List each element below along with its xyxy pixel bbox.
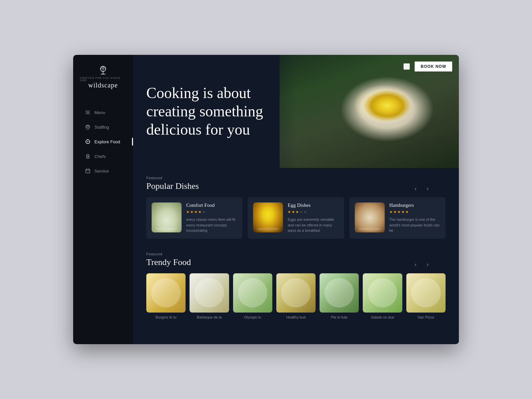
logo-icon [96,65,110,75]
star-3: ★ [194,210,198,214]
star-2: ★ [292,210,295,214]
compass-icon [85,139,90,144]
trendy-name-3: Healthy kud [286,315,306,319]
svg-point-22 [405,65,408,68]
trendy-name-5: Salads on due [371,315,394,319]
nav-label-menu: Menu [94,110,105,115]
star-1: ★ [389,210,393,214]
trendy-image-4 [320,273,359,313]
star-2: ★ [393,210,397,214]
hero-text-area: Cooking is about creating something deli… [146,84,286,139]
svg-line-23 [408,67,409,69]
dish-card-egg: Egg Dishes ★ ★ ★ ★ ★ Eggs are extremely … [248,197,344,239]
svg-rect-18 [86,169,90,173]
popular-next-button[interactable]: › [423,184,432,193]
trendy-next-button[interactable]: › [423,260,432,269]
trendy-name-6: San Pizza [418,315,434,319]
search-icon [404,64,409,69]
trendy-name-2: Olympic lu [244,315,261,319]
book-now-button[interactable]: BOOK NOW [415,62,452,71]
calendar-icon [85,168,90,174]
dish-image-egg [253,202,283,232]
sidebar: CRAFTED FOR YOU SINCE 1985 wildscape Men… [73,55,133,344]
star-1: ★ [186,210,190,214]
trendy-nav-arrows: ‹ › [411,260,432,269]
dish-desc-hamburger: The hamburger is one of the world's most… [389,217,440,233]
trendy-item-3[interactable]: Healthy kud [276,273,316,319]
svg-point-8 [85,111,86,111]
brand-name: wildscape [88,81,118,89]
dish-name-egg: Egg Dishes [288,202,338,208]
popular-dishes-grid: Comfort Food ★ ★ ★ ★ ★ every classic men… [146,197,446,239]
trendy-image-1 [190,273,229,313]
trendy-item-0[interactable]: Burgers fe tu [146,273,186,319]
dish-stars-egg: ★ ★ ★ ★ ★ [288,210,338,214]
dish-stars-hamburger: ★ ★ ★ ★ ★ [389,210,440,214]
dish-desc-egg: Eggs are extremely versatile and can be … [288,217,338,233]
trendy-name-0: Burgers fe tu [156,315,177,319]
nav-label-staffing: Staffing [94,125,109,130]
star-5: ★ [202,210,205,214]
sidebar-item-chefs[interactable]: Chefs [80,150,126,163]
trendy-prev-button[interactable]: ‹ [411,260,420,269]
dish-info-comfort: Comfort Food ★ ★ ★ ★ ★ every classic men… [186,202,237,233]
trendy-item-4[interactable]: Pie le futa [320,273,359,319]
dish-card-hamburger: Hamburgers ★ ★ ★ ★ ★ The hamburger is on… [349,197,446,239]
nav-list: Menu Staffing Explore Food [73,106,133,179]
chef-icon [85,154,90,159]
hero-food-image [280,55,459,168]
trendy-item-2[interactable]: Olympic lu [233,273,272,319]
svg-point-11 [87,141,88,142]
star-4: ★ [300,210,303,214]
trendy-name-4: Pie le futa [331,315,347,319]
trendy-image-0 [146,273,186,313]
dish-name-comfort: Comfort Food [186,202,237,208]
dish-card-comfort: Comfort Food ★ ★ ★ ★ ★ every classic men… [146,197,242,239]
hero-header: BOOK NOW [403,62,452,71]
dish-info-hamburger: Hamburgers ★ ★ ★ ★ ★ The hamburger is on… [389,202,440,233]
star-3: ★ [296,210,299,214]
hero-headline: Cooking is about creating something deli… [146,84,286,139]
dish-info-egg: Egg Dishes ★ ★ ★ ★ ★ Eggs are extremely … [288,202,338,233]
star-5: ★ [304,210,307,214]
trendy-image-6 [406,273,446,313]
sidebar-item-explore-food[interactable]: Explore Food [80,135,126,148]
main-content: BOOK NOW Cooking is about creating somet… [133,55,459,344]
trendy-name-1: Barbeque de la [197,315,222,319]
popular-section-title: Popular Dishes [146,181,446,191]
nav-label-chefs: Chefs [94,154,106,159]
dish-image-hamburger [355,202,385,232]
trendy-section-label: Featured [146,252,446,256]
svg-point-9 [87,125,89,127]
dish-desc-comfort: every classic menu item will fit every r… [186,217,237,233]
star-3: ★ [397,210,401,214]
search-button[interactable] [403,63,410,70]
trendy-image-5 [363,273,402,313]
sidebar-item-service[interactable]: Service [80,164,126,178]
popular-section-label: Featured [146,176,446,180]
popular-nav-arrows: ‹ › [411,184,432,193]
star-4: ★ [401,210,405,214]
menu-icon [85,110,90,115]
trendy-item-6[interactable]: San Pizza [406,273,446,319]
dish-stars-comfort: ★ ★ ★ ★ ★ [186,210,237,214]
content-sections: Featured Popular Dishes ‹ › Comfor [133,168,459,344]
trendy-section-title: Trendy Food [146,257,446,267]
star-5: ★ [405,210,409,214]
nav-label-explore: Explore Food [94,139,120,144]
dish-name-hamburger: Hamburgers [389,202,440,208]
sidebar-item-menu[interactable]: Menu [80,106,126,119]
sidebar-item-staffing[interactable]: Staffing [80,120,126,134]
location-icon [85,124,90,130]
popular-prev-button[interactable]: ‹ [411,184,420,193]
nav-label-service: Service [94,169,109,174]
logo-area: CRAFTED FOR YOU SINCE 1985 wildscape [73,65,133,89]
popular-dishes-section: Featured Popular Dishes ‹ › Comfor [133,168,459,247]
trendy-item-1[interactable]: Barbeque de la [190,273,229,319]
trendy-item-5[interactable]: Salads on due [363,273,402,319]
star-1: ★ [288,210,291,214]
logo-tagline: CRAFTED FOR YOU SINCE 1985 [80,77,126,81]
star-2: ★ [190,210,194,214]
trendy-food-section: Featured Trendy Food ‹ › Burgers fe tu [133,247,459,327]
hero-section: BOOK NOW Cooking is about creating somet… [133,55,459,168]
